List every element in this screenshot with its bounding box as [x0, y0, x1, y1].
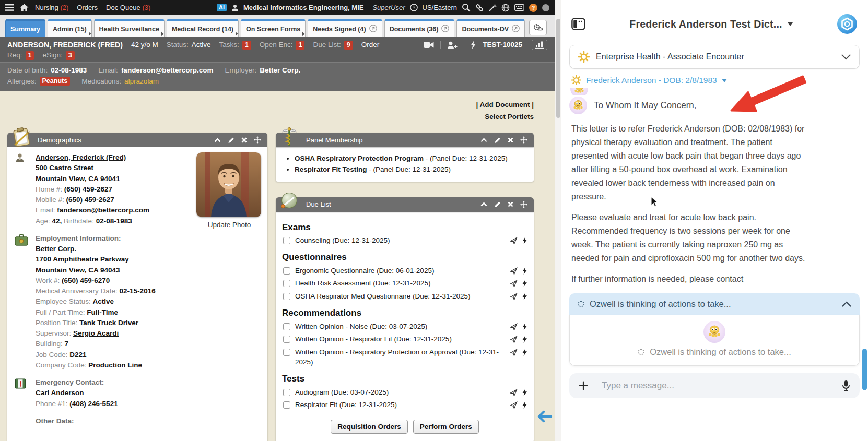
video-camera-icon[interactable] [424, 41, 434, 49]
chart-stats-icon[interactable] [532, 40, 547, 50]
collapse-panel-arrow-icon[interactable] [537, 410, 553, 425]
tab-summary[interactable]: Summary [5, 19, 45, 37]
collapse-icon[interactable] [214, 138, 221, 142]
orders-button[interactable]: Perform Orders [413, 420, 479, 434]
req-group[interactable]: Req:1 [7, 50, 34, 61]
perform-order-icon[interactable] [522, 401, 527, 409]
perform-order-icon[interactable] [522, 293, 527, 301]
close-icon[interactable] [508, 137, 513, 143]
update-photo-link[interactable]: Update Photo [208, 221, 251, 229]
main-scrollbar[interactable] [555, 0, 561, 441]
tab-admin[interactable]: Admin (15) [48, 19, 92, 37]
patient-context-line[interactable]: Frederick Anderson - DOB: 2/8/1983 [571, 75, 860, 85]
pen-icon[interactable] [488, 4, 497, 12]
open-enc-group[interactable]: Open Enc:1 [260, 40, 305, 50]
due-item-checkbox[interactable] [283, 401, 290, 409]
search-icon[interactable] [462, 3, 471, 12]
esign-group[interactable]: eSign:3 [42, 50, 74, 61]
perform-order-icon[interactable] [522, 389, 527, 397]
top-menu-item[interactable]: Doc Queue (3) [106, 4, 150, 11]
due-item-checkbox[interactable] [283, 267, 290, 275]
open-enc-badge[interactable]: 1 [296, 41, 304, 50]
patient-name-link[interactable]: Anderson, Frederick (Fred) [36, 153, 126, 161]
ai-badge[interactable]: AI [217, 4, 227, 11]
move-icon[interactable] [254, 136, 261, 144]
send-order-icon[interactable] [510, 336, 518, 343]
tab-medical-record[interactable]: Medical Record (14) [167, 19, 239, 37]
menu-icon[interactable] [5, 4, 14, 11]
tab-settings-button[interactable] [529, 20, 547, 35]
globe-icon[interactable] [501, 4, 510, 12]
due-item-checkbox[interactable] [283, 293, 290, 300]
add-document-link[interactable]: | Add Document | [476, 101, 534, 109]
collapse-icon[interactable] [480, 202, 487, 207]
help-icon[interactable]: ? [529, 4, 537, 12]
encounter-card[interactable]: Enterprise Health - Associate Encounter [569, 45, 860, 69]
send-order-icon[interactable] [510, 293, 518, 301]
send-order-icon[interactable] [510, 280, 518, 288]
tab-documents[interactable]: Documents (36) [384, 19, 455, 37]
avatar[interactable] [542, 4, 549, 11]
esign-badge[interactable]: 3 [66, 51, 75, 60]
clock-icon[interactable] [410, 4, 418, 11]
attach-icon[interactable] [579, 381, 588, 390]
due-item-checkbox[interactable] [283, 323, 290, 330]
allergy-badge[interactable]: Peanuts [40, 77, 71, 86]
tab-documents-dv[interactable]: Documents-DV [456, 19, 525, 37]
message-input[interactable]: Type a message... [602, 380, 674, 391]
perform-order-icon[interactable] [522, 267, 527, 275]
due-item-checkbox[interactable] [283, 349, 290, 356]
due-list-badge[interactable]: 9 [344, 41, 353, 50]
perform-order-icon[interactable] [522, 323, 527, 331]
move-icon[interactable] [520, 136, 527, 144]
send-order-icon[interactable] [510, 323, 518, 331]
move-icon[interactable] [520, 201, 527, 208]
order-link[interactable]: Order [361, 40, 380, 50]
home-icon[interactable] [20, 4, 29, 11]
chevron-up-icon[interactable] [842, 301, 851, 307]
ozwell-logo[interactable] [837, 14, 858, 34]
orders-button[interactable]: Requisition Orders [331, 420, 408, 434]
popout-icon[interactable] [369, 25, 377, 34]
tasks-group[interactable]: Tasks:1 [219, 40, 251, 50]
perform-order-icon[interactable] [522, 349, 527, 356]
lightning-bolt-icon[interactable] [471, 41, 476, 49]
send-order-icon[interactable] [510, 401, 518, 409]
keyboard-icon[interactable] [514, 4, 524, 11]
send-order-icon[interactable] [510, 389, 518, 397]
send-order-icon[interactable] [510, 349, 518, 356]
collapse-icon[interactable] [480, 138, 487, 142]
chevron-down-icon[interactable] [841, 54, 851, 60]
due-item-checkbox[interactable] [283, 237, 290, 244]
demographics-portlet-header[interactable]: Demographics [7, 133, 267, 147]
add-person-icon[interactable] [447, 41, 458, 49]
scrollbar-thumb[interactable] [556, 19, 560, 118]
tab-health-surveillance[interactable]: Health Surveillance [94, 19, 165, 37]
conversation-selector[interactable]: Frederick Anderson Test Dict... [629, 18, 792, 30]
popout-icon[interactable] [441, 25, 449, 34]
medication-value[interactable]: alprazolam [124, 76, 159, 87]
mic-icon[interactable] [842, 380, 850, 391]
thinking-panel-header[interactable]: Ozwell is thinking of actions to take... [569, 293, 860, 315]
message-input-bar[interactable]: Type a message... [569, 373, 860, 398]
tasks-badge[interactable]: 1 [242, 41, 251, 50]
due-item-checkbox[interactable] [283, 280, 290, 287]
top-menu-item[interactable]: Nursing (2) [35, 4, 68, 11]
sidebar-toggle-icon[interactable] [571, 18, 585, 30]
due-list-group[interactable]: Due List:9 [313, 40, 353, 50]
chat-scrollbar-thumb[interactable] [862, 349, 867, 390]
top-menu-item[interactable]: Orders [77, 4, 98, 11]
edit-icon[interactable] [494, 201, 501, 208]
edit-icon[interactable] [228, 137, 234, 144]
link-icon[interactable] [475, 4, 484, 12]
popout-icon[interactable] [512, 25, 520, 34]
select-portlets-link[interactable]: Select Portlets [485, 113, 534, 121]
due-item-checkbox[interactable] [283, 389, 290, 396]
edit-icon[interactable] [494, 137, 501, 144]
req-badge[interactable]: 1 [26, 51, 34, 60]
tab-needs-signed[interactable]: Needs Signed (4) [308, 19, 382, 37]
perform-order-icon[interactable] [522, 237, 527, 245]
due-list-header[interactable]: Due List [276, 197, 534, 212]
due-item-checkbox[interactable] [283, 336, 290, 343]
tab-on-screen-forms[interactable]: On Screen Forms [241, 19, 306, 37]
